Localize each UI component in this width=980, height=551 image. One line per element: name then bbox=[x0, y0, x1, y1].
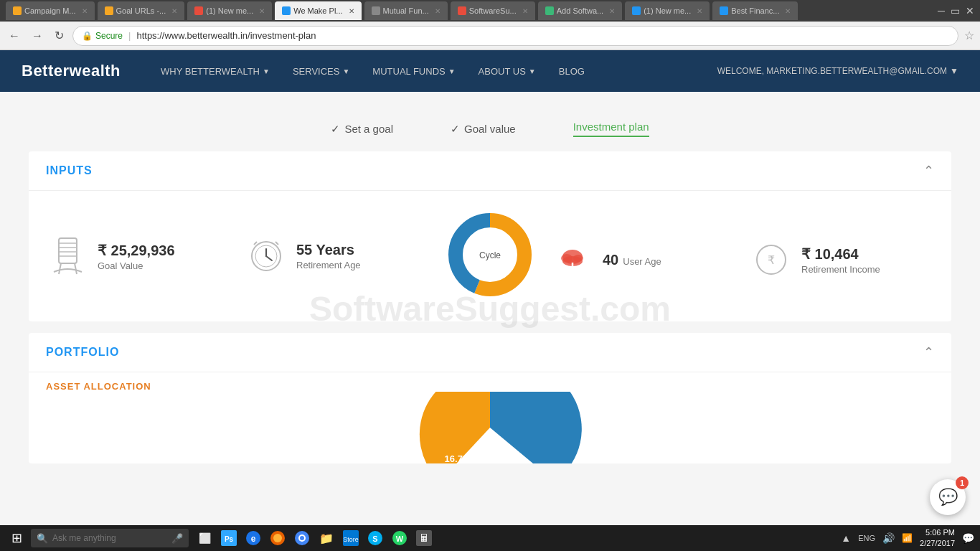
tab-goal-urls[interactable]: Goal URLs -... ✕ bbox=[98, 1, 185, 20]
folder-icon[interactable]: 📁 bbox=[316, 528, 336, 548]
secure-label: Secure bbox=[95, 31, 123, 41]
svg-text:Store: Store bbox=[343, 536, 359, 543]
inputs-collapse-icon[interactable]: ⌃ bbox=[923, 163, 934, 179]
tray-volume-icon: 🔊 bbox=[882, 532, 895, 544]
forward-button[interactable]: → bbox=[29, 27, 46, 45]
portfolio-card: PORTFOLIO ⌃ ASSET ALLOCATION 16.7% bbox=[29, 333, 951, 463]
mic-icon: 🎤 bbox=[171, 533, 183, 544]
notification-icon[interactable]: 💬 bbox=[962, 532, 974, 544]
skype-icon[interactable]: S bbox=[365, 528, 385, 548]
browser-chrome: Campaign M... ✕ Goal URLs -... ✕ (1) New… bbox=[0, 0, 980, 22]
retirement-age-label: Retirement Age bbox=[296, 260, 361, 270]
nav-user-label: WELCOME, MARKETING.BETTERWEALTH@GMAIL.CO… bbox=[717, 66, 947, 76]
tray-lang-icon: ENG bbox=[858, 534, 875, 542]
svg-text:🖩: 🖩 bbox=[419, 532, 429, 544]
donut-chart: Cycle bbox=[443, 208, 537, 304]
svg-text:e: e bbox=[251, 534, 256, 544]
maximize-button[interactable]: ▭ bbox=[951, 5, 960, 17]
asset-allocation-label: ASSET ALLOCATION bbox=[29, 372, 951, 392]
svg-line-12 bbox=[275, 242, 278, 245]
user-age-label: User Age bbox=[623, 256, 661, 267]
portfolio-collapse-icon[interactable]: ⌃ bbox=[923, 344, 934, 360]
inputs-card: INPUTS ⌃ bbox=[29, 151, 951, 321]
tab-campaign[interactable]: Campaign M... ✕ bbox=[6, 1, 95, 20]
refresh-button[interactable]: ↻ bbox=[52, 26, 67, 45]
nav-user[interactable]: WELCOME, MARKETING.BETTERWEALTH@GMAIL.CO… bbox=[717, 66, 958, 76]
nav-why[interactable]: WHY BETTERWEALTH ▼ bbox=[149, 50, 281, 92]
tab-new-message-1[interactable]: (1) New me... ✕ bbox=[187, 1, 272, 20]
portfolio-title: PORTFOLIO bbox=[46, 346, 119, 359]
retirement-age-icon bbox=[245, 235, 288, 278]
search-icon: 🔍 bbox=[37, 533, 48, 544]
nav-mutual-funds[interactable]: MUTUAL FUNDS ▼ bbox=[361, 50, 466, 92]
portfolio-card-header: PORTFOLIO ⌃ bbox=[29, 333, 951, 372]
chrome-icon[interactable] bbox=[292, 528, 312, 548]
secure-icon: 🔒 bbox=[82, 31, 93, 41]
retirement-income-item: ₹ ₹ 10,464 Retirement Income bbox=[750, 215, 934, 304]
whatsapp-icon[interactable]: W bbox=[390, 528, 410, 548]
goal-value-amount: ₹ 25,29,936 bbox=[98, 242, 175, 259]
svg-line-10 bbox=[266, 256, 272, 260]
step-investment-plan[interactable]: Investment plan bbox=[573, 121, 649, 137]
retirement-age-item: 55 Years Retirement Age bbox=[245, 208, 429, 304]
clock-display: 5:06 PM 2/27/2017 bbox=[920, 527, 955, 550]
tab-mutual-funds[interactable]: Mutual Fun... ✕ bbox=[364, 1, 448, 20]
goal-value-item: ₹ 25,29,936 Goal Value bbox=[46, 208, 230, 304]
nav-about[interactable]: ABOUT US ▼ bbox=[467, 50, 547, 92]
start-button[interactable]: ⊞ bbox=[6, 530, 28, 546]
back-button[interactable]: ← bbox=[6, 27, 23, 45]
svg-text:S: S bbox=[372, 534, 377, 543]
star-icon[interactable]: ☆ bbox=[964, 29, 974, 42]
tab-betterwealth[interactable]: We Make Pl... ✕ bbox=[275, 1, 361, 20]
user-age-icon bbox=[551, 238, 594, 281]
nav-blog[interactable]: BLOG bbox=[547, 50, 596, 92]
svg-rect-0 bbox=[59, 238, 77, 263]
taskbar: ⊞ 🔍 🎤 ⬜ Ps e 📁 Store S W 🖩 bbox=[0, 525, 980, 551]
user-age-item: 40 User Age bbox=[551, 215, 735, 304]
step-set-goal[interactable]: ✓ Set a goal bbox=[331, 123, 393, 136]
user-age-value: 40 bbox=[603, 252, 618, 268]
site-logo[interactable]: Betterwealth bbox=[22, 62, 121, 80]
calculator-icon[interactable]: 🖩 bbox=[414, 528, 434, 548]
chat-bubble[interactable]: 💬 1 bbox=[930, 479, 966, 515]
close-button[interactable]: ✕ bbox=[966, 5, 974, 17]
svg-text:16.7%: 16.7% bbox=[445, 453, 471, 463]
svg-line-6 bbox=[75, 263, 77, 274]
tab-add-software[interactable]: Add Softwa... ✕ bbox=[538, 1, 622, 20]
svg-text:₹: ₹ bbox=[768, 254, 775, 266]
retirement-age-value: 55 Years bbox=[296, 242, 361, 258]
tab-best-finance[interactable]: Best Financ... ✕ bbox=[712, 1, 798, 20]
inputs-title: INPUTS bbox=[46, 164, 93, 177]
goal-value-icon bbox=[46, 235, 89, 278]
address-bar[interactable]: 🔒 Secure | https://www.betterwealth.in/i… bbox=[72, 26, 958, 46]
goal-value-label: Goal Value bbox=[98, 260, 175, 271]
store-icon[interactable]: Store bbox=[341, 528, 361, 548]
ie-icon[interactable]: e bbox=[243, 528, 263, 548]
svg-point-33 bbox=[300, 536, 304, 540]
url-text: https://www.betterwealth.in/investment-p… bbox=[136, 30, 316, 41]
main-content: SoftwareSuggest.com ✓ Set a goal ✓ Goal … bbox=[0, 92, 980, 525]
steps-bar: ✓ Set a goal ✓ Goal value Investment pla… bbox=[29, 106, 951, 144]
nav-services[interactable]: SERVICES ▼ bbox=[281, 50, 361, 92]
site-navbar: Betterwealth WHY BETTERWEALTH ▼ SERVICES… bbox=[0, 50, 980, 92]
address-bar-row: ← → ↻ 🔒 Secure | https://www.betterwealt… bbox=[0, 22, 980, 50]
svg-text:W: W bbox=[396, 534, 404, 543]
tray-wifi-icon: 📶 bbox=[902, 533, 913, 543]
chat-icon: 💬 bbox=[938, 488, 958, 507]
svg-line-11 bbox=[254, 242, 257, 245]
retirement-income-icon: ₹ bbox=[750, 238, 793, 281]
photoshop-icon[interactable]: Ps bbox=[219, 528, 239, 548]
task-view-icon[interactable]: ⬜ bbox=[194, 528, 215, 548]
tray-network-icon: ▲ bbox=[841, 532, 851, 544]
svg-text:Cycle: Cycle bbox=[479, 250, 501, 260]
tab-softwaresuggest[interactable]: SoftwareSu... ✕ bbox=[451, 1, 535, 20]
svg-line-5 bbox=[59, 263, 61, 274]
retirement-income-amount: ₹ 10,464 bbox=[801, 245, 880, 263]
firefox-icon[interactable] bbox=[268, 528, 288, 548]
tab-new-message-2[interactable]: (1) New me... ✕ bbox=[625, 1, 710, 20]
step-goal-value[interactable]: ✓ Goal value bbox=[451, 123, 516, 136]
taskbar-search-input[interactable] bbox=[52, 533, 167, 543]
inputs-card-header: INPUTS ⌃ bbox=[29, 151, 951, 191]
minimize-button[interactable]: ─ bbox=[938, 5, 945, 17]
separator: | bbox=[128, 30, 131, 41]
